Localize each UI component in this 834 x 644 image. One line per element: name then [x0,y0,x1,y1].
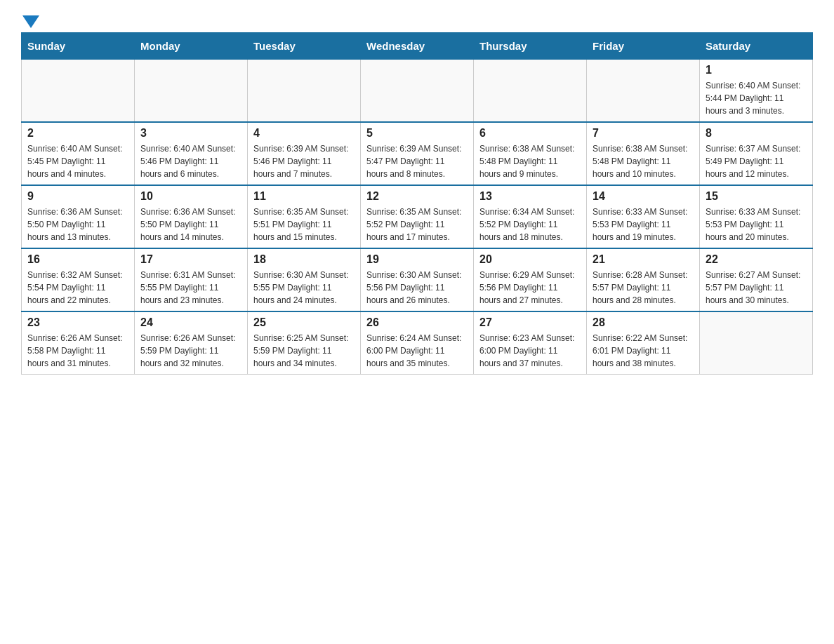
day-number: 23 [27,316,128,329]
page-header [21,14,813,25]
day-info: Sunrise: 6:38 AM Sunset: 5:48 PM Dayligh… [593,142,694,180]
calendar-cell: 9Sunrise: 6:36 AM Sunset: 5:50 PM Daylig… [22,185,135,248]
day-number: 17 [140,253,241,266]
day-info: Sunrise: 6:28 AM Sunset: 5:57 PM Dayligh… [593,269,694,307]
day-info: Sunrise: 6:40 AM Sunset: 5:46 PM Dayligh… [140,142,241,180]
day-number: 27 [479,316,581,329]
day-number: 18 [253,253,355,266]
day-info: Sunrise: 6:33 AM Sunset: 5:53 PM Dayligh… [706,206,807,243]
calendar-week-row: 1Sunrise: 6:40 AM Sunset: 5:44 PM Daylig… [22,60,813,123]
day-info: Sunrise: 6:34 AM Sunset: 5:52 PM Dayligh… [479,206,581,243]
day-number: 26 [366,316,468,329]
day-number: 13 [479,190,581,203]
calendar-cell: 8Sunrise: 6:37 AM Sunset: 5:49 PM Daylig… [700,122,813,185]
day-number: 24 [140,316,241,329]
calendar-cell [22,60,135,123]
calendar-cell: 24Sunrise: 6:26 AM Sunset: 5:59 PM Dayli… [135,311,248,375]
day-info: Sunrise: 6:36 AM Sunset: 5:50 PM Dayligh… [27,206,128,243]
calendar-cell [587,60,700,123]
day-info: Sunrise: 6:31 AM Sunset: 5:55 PM Dayligh… [140,269,241,307]
day-info: Sunrise: 6:29 AM Sunset: 5:56 PM Dayligh… [479,269,581,307]
day-number: 12 [366,190,468,203]
svg-marker-0 [22,15,39,28]
logo [21,14,39,25]
calendar-cell: 20Sunrise: 6:29 AM Sunset: 5:56 PM Dayli… [474,248,587,311]
calendar-cell: 22Sunrise: 6:27 AM Sunset: 5:57 PM Dayli… [700,248,813,311]
day-number: 4 [253,127,355,140]
calendar-header-thursday: Thursday [474,33,587,60]
day-info: Sunrise: 6:32 AM Sunset: 5:54 PM Dayligh… [27,269,128,307]
day-info: Sunrise: 6:30 AM Sunset: 5:55 PM Dayligh… [253,269,355,307]
day-info: Sunrise: 6:33 AM Sunset: 5:53 PM Dayligh… [593,206,694,243]
day-info: Sunrise: 6:27 AM Sunset: 5:57 PM Dayligh… [706,269,807,307]
day-info: Sunrise: 6:39 AM Sunset: 5:47 PM Dayligh… [366,142,468,180]
day-info: Sunrise: 6:22 AM Sunset: 6:01 PM Dayligh… [593,332,694,370]
day-number: 22 [706,253,807,266]
day-number: 28 [593,316,694,329]
logo-triangle-icon [22,15,39,29]
day-number: 6 [479,127,581,140]
calendar-cell: 10Sunrise: 6:36 AM Sunset: 5:50 PM Dayli… [135,185,248,248]
day-info: Sunrise: 6:40 AM Sunset: 5:44 PM Dayligh… [706,79,807,117]
day-info: Sunrise: 6:38 AM Sunset: 5:48 PM Dayligh… [479,142,581,180]
day-info: Sunrise: 6:37 AM Sunset: 5:49 PM Dayligh… [706,142,807,180]
day-number: 9 [27,190,128,203]
calendar-header-row: SundayMondayTuesdayWednesdayThursdayFrid… [22,33,813,60]
day-number: 2 [27,127,128,140]
calendar-header-tuesday: Tuesday [248,33,361,60]
day-info: Sunrise: 6:25 AM Sunset: 5:59 PM Dayligh… [253,332,355,370]
calendar-week-row: 23Sunrise: 6:26 AM Sunset: 5:58 PM Dayli… [22,311,813,375]
day-info: Sunrise: 6:24 AM Sunset: 6:00 PM Dayligh… [366,332,468,370]
calendar-header-wednesday: Wednesday [361,33,474,60]
calendar-cell: 23Sunrise: 6:26 AM Sunset: 5:58 PM Dayli… [22,311,135,375]
calendar-cell: 7Sunrise: 6:38 AM Sunset: 5:48 PM Daylig… [587,122,700,185]
day-number: 25 [253,316,355,329]
calendar-cell: 25Sunrise: 6:25 AM Sunset: 5:59 PM Dayli… [248,311,361,375]
day-info: Sunrise: 6:35 AM Sunset: 5:51 PM Dayligh… [253,206,355,243]
day-number: 21 [593,253,694,266]
day-info: Sunrise: 6:40 AM Sunset: 5:45 PM Dayligh… [27,142,128,180]
day-number: 15 [706,190,807,203]
calendar-week-row: 2Sunrise: 6:40 AM Sunset: 5:45 PM Daylig… [22,122,813,185]
calendar-cell: 1Sunrise: 6:40 AM Sunset: 5:44 PM Daylig… [700,60,813,123]
calendar-cell: 21Sunrise: 6:28 AM Sunset: 5:57 PM Dayli… [587,248,700,311]
day-number: 11 [253,190,355,203]
day-info: Sunrise: 6:26 AM Sunset: 5:58 PM Dayligh… [27,332,128,370]
calendar-cell: 3Sunrise: 6:40 AM Sunset: 5:46 PM Daylig… [135,122,248,185]
calendar-cell: 16Sunrise: 6:32 AM Sunset: 5:54 PM Dayli… [22,248,135,311]
day-number: 19 [366,253,468,266]
day-number: 8 [706,127,807,140]
calendar-cell: 27Sunrise: 6:23 AM Sunset: 6:00 PM Dayli… [474,311,587,375]
calendar-cell: 14Sunrise: 6:33 AM Sunset: 5:53 PM Dayli… [587,185,700,248]
calendar-table: SundayMondayTuesdayWednesdayThursdayFrid… [21,32,813,375]
calendar-cell: 11Sunrise: 6:35 AM Sunset: 5:51 PM Dayli… [248,185,361,248]
calendar-cell [135,60,248,123]
day-info: Sunrise: 6:35 AM Sunset: 5:52 PM Dayligh… [366,206,468,243]
calendar-cell: 18Sunrise: 6:30 AM Sunset: 5:55 PM Dayli… [248,248,361,311]
calendar-cell: 28Sunrise: 6:22 AM Sunset: 6:01 PM Dayli… [587,311,700,375]
day-number: 5 [366,127,468,140]
calendar-cell: 4Sunrise: 6:39 AM Sunset: 5:46 PM Daylig… [248,122,361,185]
day-info: Sunrise: 6:36 AM Sunset: 5:50 PM Dayligh… [140,206,241,243]
calendar-header-friday: Friday [587,33,700,60]
day-number: 1 [706,64,807,76]
calendar-header-sunday: Sunday [22,33,135,60]
calendar-cell: 26Sunrise: 6:24 AM Sunset: 6:00 PM Dayli… [361,311,474,375]
day-number: 20 [479,253,581,266]
day-number: 3 [140,127,241,140]
day-number: 16 [27,253,128,266]
day-number: 14 [593,190,694,203]
calendar-cell [474,60,587,123]
calendar-header-monday: Monday [135,33,248,60]
day-number: 7 [593,127,694,140]
calendar-cell [248,60,361,123]
calendar-cell: 6Sunrise: 6:38 AM Sunset: 5:48 PM Daylig… [474,122,587,185]
calendar-header-saturday: Saturday [700,33,813,60]
calendar-cell [361,60,474,123]
calendar-cell: 13Sunrise: 6:34 AM Sunset: 5:52 PM Dayli… [474,185,587,248]
calendar-cell: 17Sunrise: 6:31 AM Sunset: 5:55 PM Dayli… [135,248,248,311]
calendar-week-row: 9Sunrise: 6:36 AM Sunset: 5:50 PM Daylig… [22,185,813,248]
day-info: Sunrise: 6:39 AM Sunset: 5:46 PM Dayligh… [253,142,355,180]
day-info: Sunrise: 6:23 AM Sunset: 6:00 PM Dayligh… [479,332,581,370]
calendar-cell: 12Sunrise: 6:35 AM Sunset: 5:52 PM Dayli… [361,185,474,248]
